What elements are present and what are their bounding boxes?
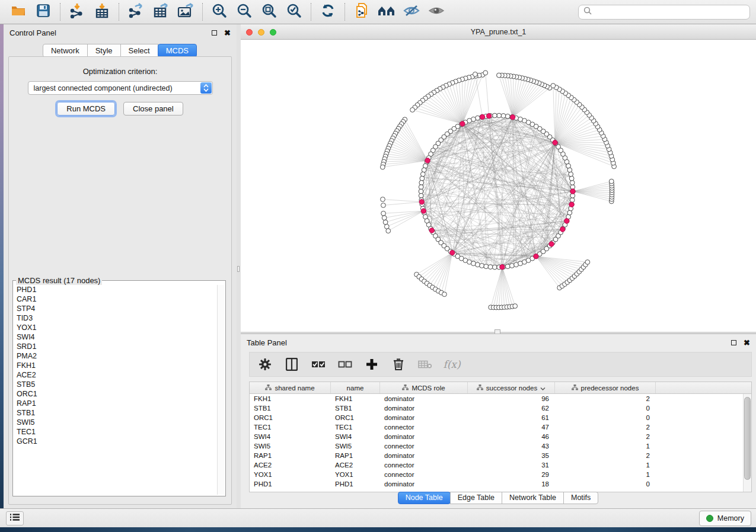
save-session-button[interactable] [31, 2, 56, 22]
table-cell[interactable]: dominator [380, 451, 468, 460]
graph-leaf-node[interactable] [383, 220, 388, 225]
graph-node[interactable] [570, 198, 575, 203]
table-row[interactable]: SWI4SWI4dominator462 [250, 432, 751, 441]
graph-node[interactable] [492, 265, 497, 270]
table-cell[interactable]: SWI5 [250, 441, 331, 451]
vertical-split-divider[interactable] [237, 24, 241, 508]
table-cell[interactable]: RAP1 [331, 451, 380, 460]
column-header-predecessor-nodes[interactable]: predecessor nodes [555, 382, 656, 393]
table-cell[interactable]: 1 [555, 470, 656, 479]
table-cell[interactable]: 62 [468, 403, 555, 413]
import-network-button[interactable] [65, 2, 90, 22]
table-row[interactable]: FKH1FKH1dominator962 [250, 394, 751, 403]
mcds-result-item[interactable]: PHD1 [14, 285, 224, 294]
graph-node[interactable] [497, 113, 502, 118]
table-cell[interactable]: SWI4 [331, 432, 380, 441]
tab-select[interactable]: Select [120, 44, 158, 57]
tab-node-table[interactable]: Node Table [398, 492, 451, 504]
graph-leaf-node[interactable] [380, 165, 385, 169]
graph-node[interactable] [569, 172, 573, 177]
table-cell[interactable]: 46 [468, 432, 555, 441]
graph-leaf-node[interactable] [473, 72, 477, 76]
deselect-all-button[interactable] [338, 357, 352, 372]
graph-hub-node[interactable] [486, 114, 491, 118]
mcds-result-item[interactable]: SWI5 [14, 418, 224, 427]
graph-hub-node[interactable] [419, 200, 424, 204]
tab-edge-table[interactable]: Edge Table [450, 492, 502, 504]
task-history-button[interactable] [6, 511, 24, 525]
tab-network[interactable]: Network [43, 44, 88, 57]
graph-node[interactable] [419, 193, 423, 198]
graph-node[interactable] [510, 264, 515, 268]
select-all-button[interactable] [311, 357, 326, 372]
table-cell[interactable]: connector [380, 441, 468, 451]
close-panel-icon[interactable]: ✖ [224, 29, 231, 37]
table-cell[interactable]: 0 [555, 413, 656, 422]
graph-node[interactable] [505, 114, 510, 118]
mcds-result-item[interactable]: STB5 [14, 380, 224, 389]
table-cell[interactable]: ORC1 [250, 413, 331, 422]
table-cell[interactable]: 61 [468, 413, 555, 422]
zoom-out-button[interactable] [232, 2, 257, 22]
window-zoom-button[interactable] [270, 29, 276, 36]
network-canvas-svg[interactable] [241, 40, 756, 332]
window-close-button[interactable] [246, 29, 253, 36]
graph-leaf-node[interactable] [585, 260, 590, 265]
graph-node[interactable] [422, 168, 426, 172]
graph-hub-node[interactable] [500, 264, 505, 269]
mcds-list-scrollbar[interactable] [217, 285, 224, 495]
table-cell[interactable]: 2 [555, 394, 656, 403]
table-scrollbar[interactable] [743, 394, 751, 492]
graph-node[interactable] [488, 265, 493, 270]
mcds-result-item[interactable]: TEC1 [14, 427, 224, 437]
table-row[interactable]: ACE2ACE2connector311 [250, 460, 751, 470]
network-window-titlebar[interactable]: YPA_prune.txt_1 [241, 24, 756, 40]
table-cell[interactable]: PHD1 [250, 479, 331, 489]
memory-button[interactable]: Memory [699, 511, 751, 526]
graph-hub-node[interactable] [510, 115, 515, 120]
table-row[interactable]: STB1STB1dominator620 [250, 403, 751, 413]
criterion-select[interactable]: largest connected component (undirected) [28, 81, 213, 95]
mcds-result-item[interactable]: RAP1 [14, 399, 224, 408]
graph-node[interactable] [476, 262, 480, 267]
mcds-result-item[interactable]: STP4 [14, 304, 224, 313]
mcds-result-item[interactable]: ACE2 [14, 370, 224, 380]
graph-leaf-node[interactable] [381, 197, 385, 202]
mcds-result-item[interactable]: GCR1 [14, 437, 224, 446]
graph-hub-node[interactable] [560, 227, 565, 232]
graph-hub-node[interactable] [570, 189, 575, 194]
mcds-result-item[interactable]: YOX1 [14, 323, 224, 332]
column-header-shared-name[interactable]: shared name [250, 382, 331, 393]
graph-hub-node[interactable] [480, 114, 484, 119]
table-row[interactable]: YOX1YOX1connector291 [250, 470, 751, 479]
table-row[interactable]: RAP1RAP1dominator352 [250, 451, 751, 460]
graph-hub-node[interactable] [549, 242, 554, 246]
graph-node[interactable] [419, 181, 424, 185]
table-cell[interactable]: 47 [468, 422, 555, 432]
table-cell[interactable]: SWI5 [331, 441, 380, 451]
graph-node[interactable] [569, 176, 574, 181]
column-header-MCDS-role[interactable]: MCDS role [380, 382, 468, 393]
graph-leaf-node[interactable] [381, 203, 386, 208]
table-cell[interactable]: STB1 [250, 403, 331, 413]
table-cell[interactable]: YOX1 [250, 470, 331, 479]
graph-leaf-node[interactable] [410, 108, 415, 113]
window-minimize-button[interactable] [258, 29, 264, 36]
hide-selected-button[interactable] [399, 2, 424, 22]
tab-style[interactable]: Style [87, 44, 121, 57]
graph-leaf-node[interactable] [513, 304, 518, 309]
refresh-layout-button[interactable] [315, 2, 340, 22]
graph-hub-node[interactable] [564, 219, 569, 223]
mcds-result-item[interactable]: FKH1 [14, 361, 224, 370]
column-header-name[interactable]: name [331, 382, 380, 393]
table-cell[interactable]: dominator [380, 403, 468, 413]
mcds-result-item[interactable]: TID3 [14, 313, 224, 323]
clone-network-button[interactable] [349, 2, 374, 22]
graph-node[interactable] [419, 189, 423, 194]
table-cell[interactable]: FKH1 [331, 394, 380, 403]
table-cell[interactable]: TEC1 [331, 422, 380, 432]
table-cell[interactable]: dominator [380, 432, 468, 441]
network-canvas[interactable] [241, 40, 756, 332]
graph-hub-node[interactable] [534, 254, 538, 259]
table-cell[interactable]: 0 [555, 479, 656, 489]
